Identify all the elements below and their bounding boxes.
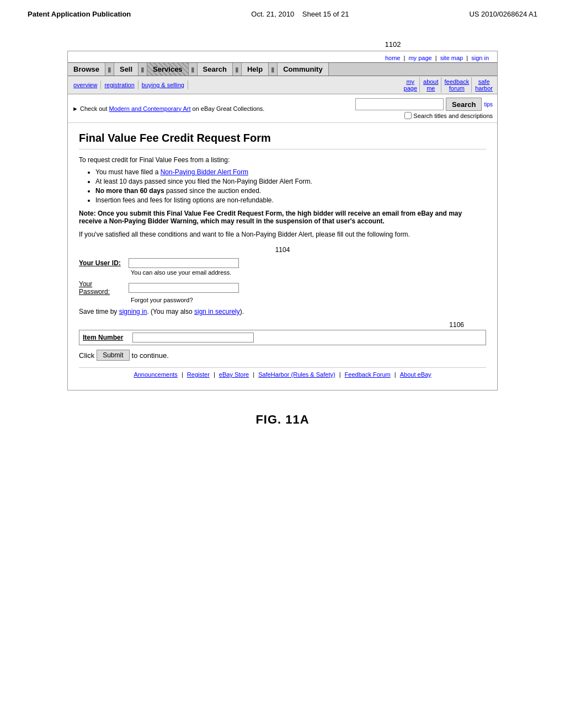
main-content: 1102 home | my page | site map | sign in… [40, 40, 525, 427]
sub-nav-right: mypage aboutme feedbackforum safeharbor [402, 77, 495, 93]
nav-tab-search[interactable]: Search [198, 63, 233, 76]
form-cond: If you've satisfied all these conditions… [79, 231, 486, 238]
search-row: Search tips [355, 98, 493, 111]
nav-link-mypage[interactable]: my page [408, 55, 431, 61]
search-promo-text: Check out Modern and Contemporary Art on… [80, 105, 264, 112]
item-number-input[interactable] [132, 333, 254, 342]
password-row: YourPassword: [79, 280, 486, 296]
patent-header-left: Patent Application Publication [28, 10, 131, 18]
submit-button[interactable]: Submit [97, 350, 129, 361]
footer-announcements[interactable]: Announcements [134, 371, 178, 378]
nav-separator-4: ▮ [233, 63, 242, 76]
footer-feedback[interactable]: Feedback Forum [345, 371, 391, 378]
sub-nav-safeharbor[interactable]: safeharbor [473, 77, 495, 93]
patent-header-right: US 2010/0268624 A1 [469, 10, 537, 18]
userid-label: Your User ID: [79, 259, 129, 267]
sub-nav-feedback[interactable]: feedbackforum [443, 77, 472, 93]
nav-separator-3: ▮ [189, 63, 198, 76]
submit-row: Click Submit to continue. [79, 350, 486, 361]
form-bullets: You must have filed a Non-Paying Bidder … [95, 168, 486, 204]
nav-separator-2: ▮ [138, 63, 147, 76]
search-button[interactable]: Search [446, 98, 482, 111]
password-input[interactable] [129, 283, 239, 293]
ref-label-1104: 1104 [79, 246, 486, 254]
search-input[interactable] [355, 98, 444, 110]
sub-nav-mypage[interactable]: mypage [402, 77, 420, 93]
nav-separator-5: ▮ [269, 63, 278, 76]
nav-link-signin[interactable]: sign in [471, 55, 489, 61]
sub-nav-buying-selling[interactable]: buying & selling [138, 81, 188, 89]
ebay-search-bar: ► Check out Modern and Contemporary Art … [68, 94, 497, 123]
item-number-label: Item Number [83, 334, 132, 341]
footer-register[interactable]: Register [187, 371, 210, 378]
page-wrapper: Patent Application Publication Oct. 21, … [0, 0, 565, 728]
ref-1106-wrapper: 1106 Item Number [79, 321, 486, 350]
footer-about[interactable]: About eBay [400, 371, 431, 378]
search-checkbox-row: Search titles and descriptions [404, 112, 493, 119]
ebay-box: home | my page | site map | sign in Brow… [67, 51, 498, 390]
form-note: Note: Once you submit this Final Value F… [79, 210, 486, 225]
click-label: Click [79, 351, 94, 360]
ref-label-1102: 1102 [385, 40, 401, 49]
nav-tab-services[interactable]: Services [147, 63, 189, 76]
bullet-4: Insertion fees and fees for listing opti… [95, 196, 486, 204]
password-group: YourPassword: Forgot your password? [79, 280, 486, 303]
footer-ebaystore[interactable]: eBay Store [219, 371, 249, 378]
patent-sheet: Sheet 15 of 21 [302, 10, 349, 18]
bullet-1-link[interactable]: Non-Paying Bidder Alert Form [161, 168, 248, 176]
search-area: Search tips Search titles and descriptio… [355, 98, 493, 119]
sub-nav-aboutme[interactable]: aboutme [421, 77, 441, 93]
nav-tab-sell[interactable]: Sell [114, 63, 138, 76]
sub-nav-registration[interactable]: registration [101, 81, 138, 89]
userid-row: Your User ID: [79, 258, 486, 268]
ebay-nav-links: home | my page | site map | sign in [72, 53, 493, 62]
ebay-sub-nav: overview registration buying & selling m… [68, 76, 497, 94]
search-tips[interactable]: tips [484, 101, 493, 108]
continue-label: to continue. [132, 351, 169, 360]
search-promo: ► Check out Modern and Contemporary Art … [72, 105, 355, 112]
nav-link-home[interactable]: home [385, 55, 401, 61]
search-checkbox-label: Search titles and descriptions [413, 113, 493, 119]
userid-hint: You can also use your email address. [131, 269, 486, 276]
form-title: Final Value Fee Credit Request Form [79, 132, 486, 149]
search-promo-arrow: ► [72, 105, 78, 112]
search-promo-link[interactable]: Modern and Contemporary Art [109, 105, 191, 112]
form-intro: To request credit for Final Value Fees f… [79, 156, 486, 164]
nav-separator-1: ▮ [105, 63, 114, 76]
ebay-main-nav: Browse ▮ Sell ▮ Services ▮ Search ▮ Help… [68, 62, 497, 76]
nav-sep-3: | [466, 55, 468, 61]
nav-link-sitemap[interactable]: site map [440, 55, 463, 61]
userid-group: Your User ID: You can also use your emai… [79, 258, 486, 276]
bullet-1: You must have filed a Non-Paying Bidder … [95, 168, 486, 176]
patent-header: Patent Application Publication Oct. 21, … [0, 0, 565, 24]
patent-header-center: Oct. 21, 2010 Sheet 15 of 21 [251, 10, 349, 18]
sub-nav-overview[interactable]: overview [70, 81, 101, 89]
footer-safeharbor[interactable]: SafeHarbor (Rules & Safety) [258, 371, 335, 378]
userid-input[interactable] [129, 258, 239, 268]
patent-date: Oct. 21, 2010 [251, 10, 294, 18]
item-number-row: Item Number [79, 330, 486, 345]
nav-sep-2: | [435, 55, 437, 61]
form-signin-row: Save time by signing in. (You may also s… [79, 308, 486, 315]
signin-securely-link[interactable]: sign in securely [194, 308, 240, 315]
password-label: YourPassword: [79, 280, 129, 296]
nav-sep-1: | [404, 55, 406, 61]
nav-tab-browse[interactable]: Browse [68, 63, 105, 76]
forgot-hint: Forgot your password? [131, 297, 486, 303]
forgot-link[interactable]: Forgot [131, 297, 148, 303]
figure-label: FIG. 11A [255, 413, 309, 427]
signin-link[interactable]: signing in [119, 308, 147, 315]
ebay-form-content: Final Value Fee Credit Request Form To r… [68, 123, 497, 390]
ebay-nav-top: home | my page | site map | sign in [68, 51, 497, 62]
nav-tab-community[interactable]: Community [278, 63, 329, 76]
bullet-2: At least 10 days passed since you filed … [95, 178, 486, 185]
search-descriptions-checkbox[interactable] [404, 112, 412, 119]
nav-tab-help[interactable]: Help [242, 63, 269, 76]
ebay-footer: Announcements | Register | eBay Store | … [79, 367, 486, 381]
ref-label-1106: 1106 [79, 321, 464, 329]
bullet-3: No more than 60 days passed since the au… [95, 187, 486, 195]
